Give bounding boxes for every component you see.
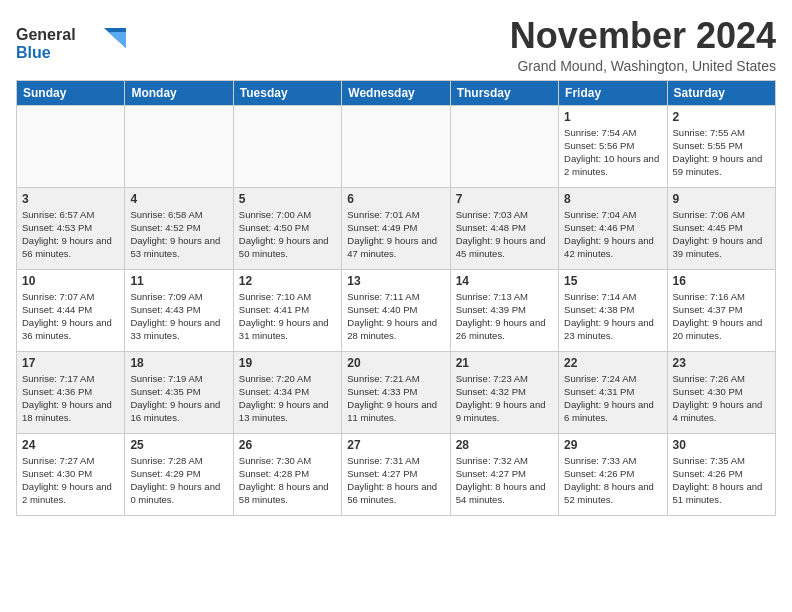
calendar-day: 30Sunrise: 7:35 AM Sunset: 4:26 PM Dayli… bbox=[667, 433, 775, 515]
day-number: 17 bbox=[22, 356, 119, 370]
calendar-day bbox=[17, 105, 125, 187]
day-number: 9 bbox=[673, 192, 770, 206]
col-monday: Monday bbox=[125, 80, 233, 105]
calendar-day: 21Sunrise: 7:23 AM Sunset: 4:32 PM Dayli… bbox=[450, 351, 558, 433]
day-info: Sunrise: 7:06 AM Sunset: 4:45 PM Dayligh… bbox=[673, 208, 770, 261]
calendar-day: 26Sunrise: 7:30 AM Sunset: 4:28 PM Dayli… bbox=[233, 433, 341, 515]
week-row-3: 10Sunrise: 7:07 AM Sunset: 4:44 PM Dayli… bbox=[17, 269, 776, 351]
day-info: Sunrise: 7:21 AM Sunset: 4:33 PM Dayligh… bbox=[347, 372, 444, 425]
calendar-day: 18Sunrise: 7:19 AM Sunset: 4:35 PM Dayli… bbox=[125, 351, 233, 433]
day-info: Sunrise: 7:17 AM Sunset: 4:36 PM Dayligh… bbox=[22, 372, 119, 425]
calendar-day bbox=[125, 105, 233, 187]
location: Grand Mound, Washington, United States bbox=[510, 58, 776, 74]
day-number: 30 bbox=[673, 438, 770, 452]
calendar-day: 6Sunrise: 7:01 AM Sunset: 4:49 PM Daylig… bbox=[342, 187, 450, 269]
day-info: Sunrise: 7:35 AM Sunset: 4:26 PM Dayligh… bbox=[673, 454, 770, 507]
day-info: Sunrise: 7:31 AM Sunset: 4:27 PM Dayligh… bbox=[347, 454, 444, 507]
day-info: Sunrise: 7:20 AM Sunset: 4:34 PM Dayligh… bbox=[239, 372, 336, 425]
day-info: Sunrise: 7:14 AM Sunset: 4:38 PM Dayligh… bbox=[564, 290, 661, 343]
day-info: Sunrise: 7:30 AM Sunset: 4:28 PM Dayligh… bbox=[239, 454, 336, 507]
svg-text:General: General bbox=[16, 26, 76, 43]
day-info: Sunrise: 7:01 AM Sunset: 4:49 PM Dayligh… bbox=[347, 208, 444, 261]
calendar-header-row: Sunday Monday Tuesday Wednesday Thursday… bbox=[17, 80, 776, 105]
day-info: Sunrise: 7:23 AM Sunset: 4:32 PM Dayligh… bbox=[456, 372, 553, 425]
calendar-day: 13Sunrise: 7:11 AM Sunset: 4:40 PM Dayli… bbox=[342, 269, 450, 351]
calendar-day: 19Sunrise: 7:20 AM Sunset: 4:34 PM Dayli… bbox=[233, 351, 341, 433]
calendar-day: 14Sunrise: 7:13 AM Sunset: 4:39 PM Dayli… bbox=[450, 269, 558, 351]
calendar-day: 4Sunrise: 6:58 AM Sunset: 4:52 PM Daylig… bbox=[125, 187, 233, 269]
day-info: Sunrise: 7:13 AM Sunset: 4:39 PM Dayligh… bbox=[456, 290, 553, 343]
day-info: Sunrise: 7:33 AM Sunset: 4:26 PM Dayligh… bbox=[564, 454, 661, 507]
day-number: 29 bbox=[564, 438, 661, 452]
calendar-day: 28Sunrise: 7:32 AM Sunset: 4:27 PM Dayli… bbox=[450, 433, 558, 515]
day-info: Sunrise: 7:11 AM Sunset: 4:40 PM Dayligh… bbox=[347, 290, 444, 343]
calendar-day: 10Sunrise: 7:07 AM Sunset: 4:44 PM Dayli… bbox=[17, 269, 125, 351]
day-info: Sunrise: 7:00 AM Sunset: 4:50 PM Dayligh… bbox=[239, 208, 336, 261]
calendar-day: 22Sunrise: 7:24 AM Sunset: 4:31 PM Dayli… bbox=[559, 351, 667, 433]
calendar-day: 5Sunrise: 7:00 AM Sunset: 4:50 PM Daylig… bbox=[233, 187, 341, 269]
col-saturday: Saturday bbox=[667, 80, 775, 105]
week-row-1: 1Sunrise: 7:54 AM Sunset: 5:56 PM Daylig… bbox=[17, 105, 776, 187]
day-info: Sunrise: 7:54 AM Sunset: 5:56 PM Dayligh… bbox=[564, 126, 661, 179]
calendar-day: 8Sunrise: 7:04 AM Sunset: 4:46 PM Daylig… bbox=[559, 187, 667, 269]
day-info: Sunrise: 6:58 AM Sunset: 4:52 PM Dayligh… bbox=[130, 208, 227, 261]
col-thursday: Thursday bbox=[450, 80, 558, 105]
logo: General Blue bbox=[16, 20, 126, 68]
day-info: Sunrise: 7:03 AM Sunset: 4:48 PM Dayligh… bbox=[456, 208, 553, 261]
day-info: Sunrise: 6:57 AM Sunset: 4:53 PM Dayligh… bbox=[22, 208, 119, 261]
logo-text: General Blue bbox=[16, 20, 126, 68]
day-number: 6 bbox=[347, 192, 444, 206]
day-number: 28 bbox=[456, 438, 553, 452]
day-number: 7 bbox=[456, 192, 553, 206]
day-number: 22 bbox=[564, 356, 661, 370]
col-friday: Friday bbox=[559, 80, 667, 105]
day-info: Sunrise: 7:28 AM Sunset: 4:29 PM Dayligh… bbox=[130, 454, 227, 507]
day-info: Sunrise: 7:24 AM Sunset: 4:31 PM Dayligh… bbox=[564, 372, 661, 425]
calendar-day: 16Sunrise: 7:16 AM Sunset: 4:37 PM Dayli… bbox=[667, 269, 775, 351]
calendar-day: 17Sunrise: 7:17 AM Sunset: 4:36 PM Dayli… bbox=[17, 351, 125, 433]
day-info: Sunrise: 7:07 AM Sunset: 4:44 PM Dayligh… bbox=[22, 290, 119, 343]
week-row-5: 24Sunrise: 7:27 AM Sunset: 4:30 PM Dayli… bbox=[17, 433, 776, 515]
day-number: 21 bbox=[456, 356, 553, 370]
week-row-4: 17Sunrise: 7:17 AM Sunset: 4:36 PM Dayli… bbox=[17, 351, 776, 433]
calendar-day: 1Sunrise: 7:54 AM Sunset: 5:56 PM Daylig… bbox=[559, 105, 667, 187]
day-number: 13 bbox=[347, 274, 444, 288]
day-number: 4 bbox=[130, 192, 227, 206]
day-info: Sunrise: 7:16 AM Sunset: 4:37 PM Dayligh… bbox=[673, 290, 770, 343]
day-info: Sunrise: 7:09 AM Sunset: 4:43 PM Dayligh… bbox=[130, 290, 227, 343]
month-title: November 2024 bbox=[510, 16, 776, 56]
calendar-day: 3Sunrise: 6:57 AM Sunset: 4:53 PM Daylig… bbox=[17, 187, 125, 269]
day-info: Sunrise: 7:55 AM Sunset: 5:55 PM Dayligh… bbox=[673, 126, 770, 179]
day-number: 1 bbox=[564, 110, 661, 124]
day-number: 24 bbox=[22, 438, 119, 452]
day-number: 23 bbox=[673, 356, 770, 370]
day-number: 18 bbox=[130, 356, 227, 370]
day-number: 2 bbox=[673, 110, 770, 124]
calendar-day: 27Sunrise: 7:31 AM Sunset: 4:27 PM Dayli… bbox=[342, 433, 450, 515]
svg-marker-3 bbox=[108, 32, 126, 48]
col-tuesday: Tuesday bbox=[233, 80, 341, 105]
calendar-day: 29Sunrise: 7:33 AM Sunset: 4:26 PM Dayli… bbox=[559, 433, 667, 515]
day-number: 15 bbox=[564, 274, 661, 288]
calendar-day bbox=[233, 105, 341, 187]
day-number: 14 bbox=[456, 274, 553, 288]
col-sunday: Sunday bbox=[17, 80, 125, 105]
day-info: Sunrise: 7:27 AM Sunset: 4:30 PM Dayligh… bbox=[22, 454, 119, 507]
calendar-day: 9Sunrise: 7:06 AM Sunset: 4:45 PM Daylig… bbox=[667, 187, 775, 269]
page-container: General Blue November 2024 Grand Mound, … bbox=[0, 0, 792, 524]
calendar-day: 7Sunrise: 7:03 AM Sunset: 4:48 PM Daylig… bbox=[450, 187, 558, 269]
day-number: 20 bbox=[347, 356, 444, 370]
day-number: 10 bbox=[22, 274, 119, 288]
svg-text:Blue: Blue bbox=[16, 44, 51, 61]
col-wednesday: Wednesday bbox=[342, 80, 450, 105]
calendar-table: Sunday Monday Tuesday Wednesday Thursday… bbox=[16, 80, 776, 516]
day-number: 11 bbox=[130, 274, 227, 288]
day-number: 12 bbox=[239, 274, 336, 288]
day-info: Sunrise: 7:32 AM Sunset: 4:27 PM Dayligh… bbox=[456, 454, 553, 507]
week-row-2: 3Sunrise: 6:57 AM Sunset: 4:53 PM Daylig… bbox=[17, 187, 776, 269]
day-number: 8 bbox=[564, 192, 661, 206]
calendar-day bbox=[450, 105, 558, 187]
day-number: 26 bbox=[239, 438, 336, 452]
calendar-day: 11Sunrise: 7:09 AM Sunset: 4:43 PM Dayli… bbox=[125, 269, 233, 351]
calendar-day: 25Sunrise: 7:28 AM Sunset: 4:29 PM Dayli… bbox=[125, 433, 233, 515]
